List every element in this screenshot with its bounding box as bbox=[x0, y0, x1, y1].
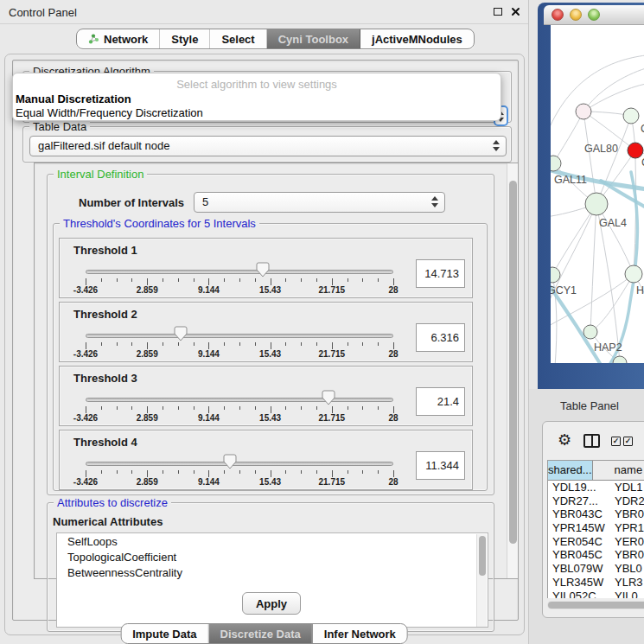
table-cell: YBL0 bbox=[611, 562, 644, 576]
threshold-label: Threshold 2 bbox=[73, 308, 137, 321]
network-icon bbox=[88, 34, 99, 45]
algorithm-option[interactable]: Manual Discretization bbox=[16, 92, 131, 105]
tab-impute-data[interactable]: Impute Data bbox=[121, 624, 208, 643]
table-data-combo-value: galFiltered.sif default node bbox=[38, 139, 169, 152]
combo-arrows-icon bbox=[431, 196, 439, 208]
slider-ticks bbox=[86, 278, 393, 285]
network-edge[interactable] bbox=[583, 112, 596, 204]
tab-label: Infer Network bbox=[324, 628, 396, 641]
threshold-value-field[interactable]: 6.316 bbox=[416, 323, 465, 352]
table-cell: YBR0 bbox=[611, 548, 644, 562]
tab-label: Impute Data bbox=[132, 628, 196, 641]
table-row[interactable]: YLR345WYLR3 bbox=[548, 576, 644, 590]
slider-tick-labels: -3.4262.8599.14415.4321.71528 bbox=[86, 477, 393, 488]
node-label: GCY1 bbox=[551, 284, 577, 296]
network-edge[interactable] bbox=[553, 112, 583, 163]
attribute-list-item[interactable]: BetweennessCentrality bbox=[57, 564, 488, 580]
threshold-value-field[interactable]: 14.713 bbox=[416, 259, 465, 288]
network-node-gal11[interactable] bbox=[551, 156, 561, 171]
table-row[interactable]: YDL19...YDL1 bbox=[548, 481, 644, 494]
tab-style[interactable]: Style bbox=[160, 29, 210, 48]
table-hscrollbar[interactable] bbox=[547, 601, 644, 609]
attributes-group-label: Attributes to discretize bbox=[54, 496, 171, 509]
table-row[interactable]: YPR145WYPR1 bbox=[548, 521, 644, 535]
table-data-combo[interactable]: galFiltered.sif default node bbox=[29, 136, 507, 156]
network-node-g[interactable] bbox=[623, 108, 639, 124]
network-edge[interactable] bbox=[583, 68, 644, 112]
node-label: HAP2 bbox=[594, 341, 622, 354]
checkbox-icon[interactable]: ✓ bbox=[623, 437, 633, 446]
threshold-slider-track[interactable] bbox=[86, 462, 393, 466]
table-cell: YDL1 bbox=[611, 481, 644, 494]
tab-label: Select bbox=[221, 33, 254, 46]
threshold-slider-track[interactable] bbox=[86, 334, 393, 338]
network-node-gal80[interactable] bbox=[576, 104, 591, 119]
table-row[interactable]: YBR043CYBR0 bbox=[548, 507, 644, 521]
network-node-h[interactable] bbox=[625, 265, 642, 283]
node-label: H bbox=[636, 284, 644, 296]
threshold-slider-track[interactable] bbox=[86, 270, 393, 274]
scrollbar-thumb[interactable] bbox=[509, 181, 517, 544]
tab-network[interactable]: Network bbox=[77, 29, 160, 48]
threshold-label: Threshold 1 bbox=[73, 244, 137, 257]
table-row[interactable]: YBR045CYBR0 bbox=[548, 548, 644, 562]
interval-definition-group: Interval Definition Number of Intervals … bbox=[47, 174, 494, 495]
table-hscrollbar-thumb[interactable] bbox=[548, 602, 644, 609]
algorithm-option[interactable]: Equal Width/Frequency Discretization bbox=[16, 106, 203, 119]
table-data-group: Table Data galFiltered.sif default node bbox=[22, 126, 512, 163]
checkbox-icon[interactable]: ✓ bbox=[611, 437, 621, 446]
tab-jactivemnodules[interactable]: jActiveMNodules bbox=[360, 29, 474, 48]
threshold-value-field[interactable]: 21.4 bbox=[416, 387, 465, 416]
tab-discretize-data[interactable]: Discretize Data bbox=[209, 624, 313, 643]
scrollbar-vertical[interactable] bbox=[507, 163, 518, 578]
table-row[interactable]: YDR27...YDR2 bbox=[548, 494, 644, 508]
list-scrollbar-thumb[interactable] bbox=[479, 536, 486, 576]
attribute-list-item[interactable]: TopologicalCoefficient bbox=[57, 549, 488, 564]
tab-cyni-toolbox[interactable]: Cyni Toolbox bbox=[267, 29, 360, 48]
node-table[interactable]: shared...name YDL19...YDL1YDR27...YDR2YB… bbox=[547, 460, 644, 598]
tab-select[interactable]: Select bbox=[210, 29, 266, 48]
apply-button[interactable]: Apply bbox=[242, 592, 301, 615]
network-edge[interactable] bbox=[590, 204, 596, 332]
column-header-0[interactable]: shared... bbox=[548, 461, 593, 481]
table-row[interactable]: YIL052CYIL0 bbox=[548, 590, 644, 599]
threshold-panel: Threshold 2-3.4262.8599.14415.4321.71528… bbox=[59, 302, 473, 362]
discretize-data-page: Discretization Algorithm Table Data galF… bbox=[12, 60, 519, 621]
minimize-traffic-light[interactable] bbox=[570, 9, 582, 21]
network-edge[interactable] bbox=[551, 55, 644, 137]
threshold-label: Threshold 4 bbox=[73, 436, 137, 449]
list-scrollbar[interactable] bbox=[476, 534, 487, 628]
column-header-1[interactable]: name bbox=[593, 461, 644, 481]
table-cell: YDR2 bbox=[611, 494, 644, 508]
network-edge[interactable] bbox=[583, 84, 644, 112]
columns-icon[interactable] bbox=[583, 434, 600, 448]
threshold-value-field[interactable]: 11.344 bbox=[416, 451, 465, 480]
close-icon[interactable] bbox=[511, 7, 520, 16]
network-node-hap2[interactable] bbox=[583, 325, 597, 339]
threshold-label: Threshold 3 bbox=[73, 372, 137, 385]
slider-tick-labels: -3.4262.8599.14415.4321.71528 bbox=[86, 413, 393, 424]
table-cell: YER0 bbox=[611, 535, 644, 549]
network-window: GAL80GCGAL11GAL4GCY1HHAP2 bbox=[538, 3, 644, 389]
gear-icon[interactable]: ⚙ bbox=[558, 432, 571, 448]
algorithm-dropdown: Select algorithm to view settings Manual… bbox=[12, 73, 501, 121]
network-canvas[interactable]: GAL80GCGAL11GAL4GCY1HHAP2 bbox=[551, 25, 644, 363]
table-row[interactable]: YER054CYER0 bbox=[548, 535, 644, 549]
table-cell: YIL0 bbox=[611, 590, 644, 599]
table-row[interactable]: YBL079WYBL0 bbox=[548, 562, 644, 576]
network-node-gal4[interactable] bbox=[585, 193, 608, 215]
close-traffic-light[interactable] bbox=[552, 9, 564, 21]
slider-ticks bbox=[86, 470, 393, 477]
threshold-slider-track[interactable] bbox=[86, 398, 393, 402]
table-cell: YBR043C bbox=[548, 507, 611, 521]
zoom-traffic-light[interactable] bbox=[588, 9, 600, 21]
algorithm-hint-item[interactable]: Select algorithm to view settings bbox=[13, 78, 501, 91]
float-icon[interactable] bbox=[494, 8, 502, 16]
network-window-titlebar[interactable] bbox=[544, 5, 644, 25]
table-cell: YBR045C bbox=[548, 548, 611, 562]
network-edge[interactable] bbox=[596, 116, 631, 204]
tab-infer-network[interactable]: Infer Network bbox=[313, 624, 407, 643]
num-intervals-combo[interactable]: 5 bbox=[194, 192, 445, 213]
network-edge[interactable] bbox=[596, 204, 634, 274]
attribute-list-item[interactable]: SelfLoops bbox=[57, 533, 488, 549]
